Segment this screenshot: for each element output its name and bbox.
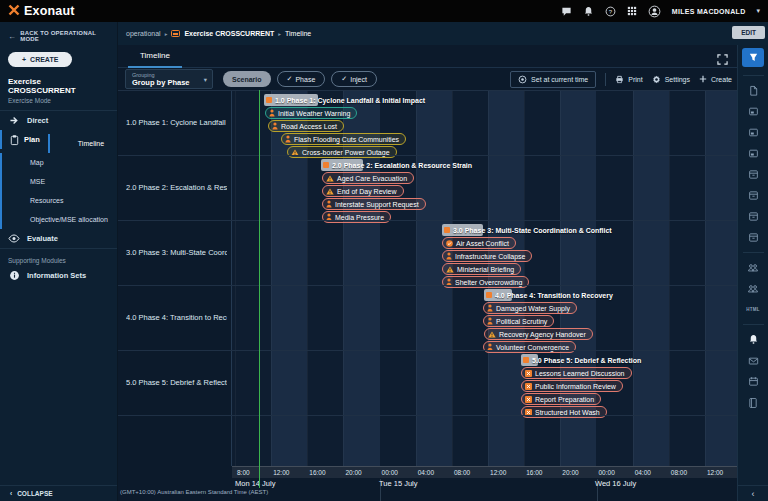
warning-icon bbox=[488, 331, 496, 338]
card-icon[interactable] bbox=[742, 105, 764, 118]
inject-flash-flooding-cuts-communities[interactable]: Flash Flooding Cuts Communities bbox=[281, 133, 406, 145]
create-button[interactable]: + CREATE bbox=[8, 52, 72, 67]
tab-timeline[interactable]: Timeline bbox=[128, 45, 182, 68]
set-at-current-time-button[interactable]: Set at current time bbox=[510, 71, 596, 88]
document-icon[interactable] bbox=[742, 84, 764, 97]
archive-icon[interactable] bbox=[742, 168, 764, 181]
settings-button[interactable]: Settings bbox=[652, 75, 690, 84]
task-icon bbox=[525, 370, 532, 377]
print-button[interactable]: Print bbox=[615, 75, 642, 84]
inject-shelter-overcrowding[interactable]: Shelter Overcrowding bbox=[442, 276, 529, 288]
axis-tick-label: 12:00 bbox=[490, 469, 506, 476]
check-icon: ✓ bbox=[287, 75, 293, 83]
breadcrumb-item-exercise-crosscurrent[interactable]: Exercise CROSSCURRENT bbox=[184, 30, 274, 37]
axis-tick-label: 04:00 bbox=[418, 469, 434, 476]
avatar[interactable] bbox=[648, 5, 661, 18]
book-icon[interactable] bbox=[742, 396, 764, 409]
target-icon bbox=[518, 75, 527, 84]
timeline-plot: 1.0 Phase 1: Cyclone Landfall & Initial … bbox=[232, 90, 737, 466]
inject-initial-weather-warning[interactable]: Initial Weather Warning bbox=[265, 107, 357, 119]
sidebar-item-timeline[interactable]: Timeline bbox=[48, 134, 112, 153]
inject-structured-hot-wash[interactable]: Structured Hot Wash bbox=[521, 406, 607, 418]
chevron-left-icon: ‹ bbox=[10, 490, 12, 497]
bell-icon[interactable] bbox=[583, 6, 594, 17]
rail-collapse-button[interactable]: ‹ bbox=[738, 485, 768, 501]
inject-lessons-learned-discussion[interactable]: Lessons Learned Discussion bbox=[521, 367, 632, 379]
help-icon[interactable]: ? bbox=[605, 6, 616, 17]
chip-phase[interactable]: ✓Phase bbox=[277, 71, 326, 87]
axis-tick-label: 16:00 bbox=[309, 469, 325, 476]
row-label: 1.0 Phase 1: Cyclone Landfall & Initia..… bbox=[126, 90, 227, 155]
chip-label: Phase bbox=[295, 76, 315, 83]
print-icon bbox=[615, 75, 624, 84]
sidebar-item-resources[interactable]: Resources bbox=[0, 191, 117, 210]
grouping-select[interactable]: Grouping Group by Phase ▾ bbox=[125, 69, 213, 89]
sidebar-item-direct[interactable]: Direct bbox=[0, 111, 117, 130]
inject-label: Air Asset Conflict bbox=[456, 240, 509, 247]
team-icon[interactable] bbox=[742, 261, 764, 274]
grouping-value: Group by Phase bbox=[132, 78, 206, 87]
inject-damaged-water-supply[interactable]: Damaged Water Supply bbox=[483, 302, 577, 314]
edit-button[interactable]: EDIT bbox=[732, 26, 765, 39]
sidebar-item-mse[interactable]: MSE bbox=[0, 172, 117, 191]
inject-label: Cross-border Power Outage bbox=[302, 149, 390, 156]
phase-label: 1.0 Phase 1: Cyclone Landfall & Initial … bbox=[266, 94, 425, 106]
chat-icon[interactable] bbox=[561, 6, 572, 17]
inject-interstate-support-request[interactable]: Interstate Support Request bbox=[322, 198, 426, 210]
inject-cross-border-power-outage[interactable]: Cross-border Power Outage bbox=[287, 146, 397, 158]
inject-ministerial-briefing[interactable]: Ministerial Briefing bbox=[442, 263, 521, 275]
phase-icon bbox=[266, 97, 272, 103]
mail-icon[interactable] bbox=[742, 354, 764, 367]
phase-icon bbox=[523, 357, 529, 363]
inject-media-pressure[interactable]: Media Pressure bbox=[322, 211, 391, 223]
warning-icon bbox=[326, 188, 334, 195]
html-icon[interactable]: HTML bbox=[742, 303, 764, 316]
back-label: BACK TO OPERATIONAL MODE bbox=[20, 30, 109, 42]
sidebar-item-information-sets[interactable]: Information Sets bbox=[0, 266, 117, 285]
gridline bbox=[705, 90, 706, 466]
bell-icon[interactable] bbox=[742, 333, 764, 346]
archive-icon[interactable] bbox=[742, 210, 764, 223]
sidebar-item-map[interactable]: Map bbox=[0, 153, 117, 172]
chevron-down-icon[interactable]: ▾ bbox=[756, 7, 760, 15]
breadcrumb-item-timeline[interactable]: Timeline bbox=[285, 30, 311, 37]
sidebar-item-evaluate[interactable]: Evaluate bbox=[0, 229, 117, 248]
calendar-icon[interactable] bbox=[742, 375, 764, 388]
back-to-operational-mode-link[interactable]: ← BACK TO OPERATIONAL MODE bbox=[0, 22, 117, 42]
inject-political-scrutiny[interactable]: Political Scrutiny bbox=[483, 315, 554, 327]
sidebar-collapse-button[interactable]: ‹ COLLAPSE bbox=[0, 485, 117, 501]
inject-volunteer-convergence[interactable]: Volunteer Convergence bbox=[483, 341, 576, 353]
tab-label: Timeline bbox=[140, 51, 170, 60]
exercise-name: Exercise CROSSCURRENT bbox=[0, 67, 117, 95]
inject-label: Initial Weather Warning bbox=[278, 110, 350, 117]
gridline bbox=[669, 90, 670, 466]
person-icon bbox=[446, 278, 452, 286]
inject-label: Public Information Review bbox=[535, 383, 616, 390]
axis-tick-label: 12:00 bbox=[707, 469, 723, 476]
sidebar-item-objective-mse-allocation[interactable]: Objective/MSE allocation bbox=[0, 210, 117, 229]
exonaut-logo-icon bbox=[8, 4, 20, 19]
inject-end-of-day-review[interactable]: End of Day Review bbox=[322, 185, 404, 197]
apps-icon[interactable] bbox=[627, 6, 637, 17]
team-icon[interactable] bbox=[742, 282, 764, 295]
chip-inject[interactable]: ✓Inject bbox=[331, 71, 377, 87]
card-icon[interactable] bbox=[742, 126, 764, 139]
filter-icon[interactable] bbox=[742, 48, 764, 67]
card-icon[interactable] bbox=[742, 147, 764, 160]
archive-icon[interactable] bbox=[742, 231, 764, 244]
inject-report-preparation[interactable]: Report Preparation bbox=[521, 393, 601, 405]
inject-aged-care-evacuation[interactable]: Aged Care Evacuation bbox=[322, 172, 414, 184]
fullscreen-icon[interactable] bbox=[717, 51, 728, 69]
inject-infrastructure-collapse[interactable]: Infrastructure Collapse bbox=[442, 250, 532, 262]
chip-scenario[interactable]: Scenario bbox=[223, 71, 271, 87]
inject-recovery-agency-handover[interactable]: Recovery Agency Handover bbox=[484, 328, 593, 340]
action-label: Settings bbox=[665, 76, 690, 83]
user-name[interactable]: MILES MACDONALD bbox=[672, 8, 746, 15]
inject-air-asset-conflict[interactable]: Air Asset Conflict bbox=[442, 237, 516, 249]
create-button[interactable]: Create bbox=[699, 75, 732, 83]
archive-icon[interactable] bbox=[742, 189, 764, 202]
inject-public-information-review[interactable]: Public Information Review bbox=[521, 380, 623, 392]
inject-road-access-lost[interactable]: Road Access Lost bbox=[268, 120, 344, 132]
breadcrumb-item-operational[interactable]: operational bbox=[126, 30, 161, 37]
sidebar-item-plan[interactable]: Plan bbox=[0, 130, 48, 149]
